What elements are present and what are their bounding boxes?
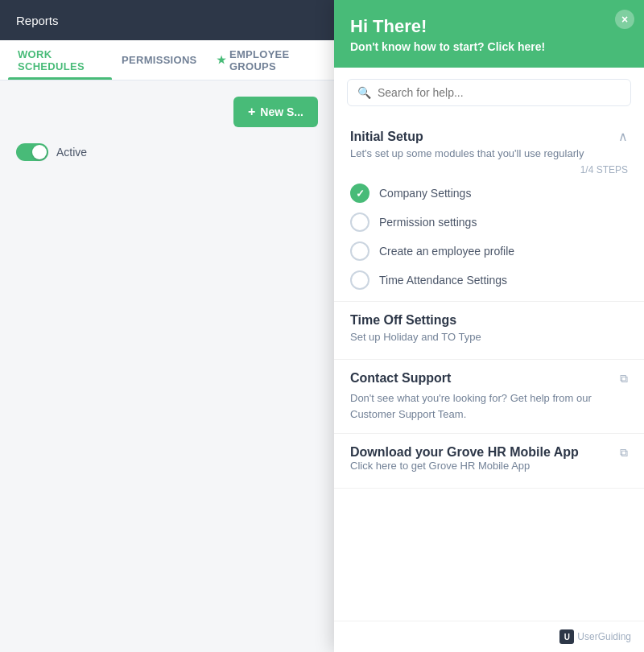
setup-item-permission-label: Permission settings bbox=[379, 216, 477, 229]
steps-count: 1/4 STEPS bbox=[350, 164, 628, 175]
initial-setup-desc: Let's set up some modules that you'll us… bbox=[350, 147, 628, 159]
userguiding-label: UserGuiding bbox=[577, 631, 631, 642]
help-header: × Hi There! Don't know how to start? Cli… bbox=[334, 0, 644, 68]
help-title: Hi There! bbox=[350, 16, 628, 37]
help-body: Initial Setup ∧ Let's set up some module… bbox=[334, 111, 644, 621]
search-input[interactable] bbox=[378, 86, 621, 99]
contact-support-title: Contact Support bbox=[350, 371, 451, 386]
tab-employee-groups-label: EMPLOYEE GROUPS bbox=[229, 48, 316, 72]
setup-item-permission-circle bbox=[350, 213, 369, 232]
contact-support-section: Contact Support ⧉ Don't see what you're … bbox=[334, 360, 644, 434]
setup-item-permission[interactable]: Permission settings bbox=[350, 213, 628, 232]
external-link-icon: ⧉ bbox=[620, 372, 628, 386]
plus-icon: + bbox=[248, 105, 255, 119]
active-label: Active bbox=[56, 146, 87, 159]
setup-item-attendance-label: Time Attendance Settings bbox=[379, 274, 507, 287]
help-subtitle: Don't know how to start? Click here! bbox=[350, 40, 628, 53]
setup-item-attendance-circle bbox=[350, 270, 369, 290]
setup-item-company-circle bbox=[350, 184, 369, 203]
setup-item-company-label: Company Settings bbox=[379, 187, 471, 200]
userguiding-icon: U bbox=[559, 629, 574, 644]
active-toggle[interactable] bbox=[16, 143, 48, 161]
userguiding-logo: U UserGuiding bbox=[559, 629, 631, 644]
setup-item-employee-circle bbox=[350, 241, 369, 261]
setup-item-attendance[interactable]: Time Attendance Settings bbox=[350, 270, 628, 290]
star-icon: ★ bbox=[217, 54, 226, 66]
app-title: Reports bbox=[16, 14, 59, 27]
tab-bar: WORK SCHEDULES PERMISSIONS ★ EMPLOYEE GR… bbox=[0, 40, 334, 80]
setup-items: Company Settings Permission settings Cre… bbox=[350, 184, 628, 290]
time-off-desc: Set up Holiday and TO Type bbox=[350, 331, 628, 343]
time-off-title: Time Off Settings bbox=[350, 313, 456, 328]
help-close-button[interactable]: × bbox=[615, 10, 634, 29]
tab-work-schedules-label: WORK SCHEDULES bbox=[18, 48, 102, 72]
search-bar: 🔍 bbox=[347, 79, 631, 106]
initial-setup-section: Initial Setup ∧ Let's set up some module… bbox=[334, 118, 644, 302]
chevron-up-icon: ∧ bbox=[618, 129, 628, 144]
tab-work-schedules[interactable]: WORK SCHEDULES bbox=[8, 40, 112, 80]
main-content: + New S... Active bbox=[0, 80, 334, 652]
external-link-icon-2: ⧉ bbox=[620, 446, 628, 460]
mobile-app-section: Download your Grove HR Mobile App ⧉ Clic… bbox=[334, 434, 644, 489]
contact-support-link[interactable]: Contact Support ⧉ bbox=[350, 371, 628, 386]
setup-item-employee[interactable]: Create an employee profile bbox=[350, 241, 628, 261]
mobile-app-title: Download your Grove HR Mobile App bbox=[350, 445, 579, 460]
initial-setup-header[interactable]: Initial Setup ∧ bbox=[350, 129, 628, 144]
tab-permissions[interactable]: PERMISSIONS bbox=[112, 40, 207, 80]
setup-item-employee-label: Create an employee profile bbox=[379, 245, 514, 258]
time-off-section: Time Off Settings Set up Holiday and TO … bbox=[334, 302, 644, 360]
tab-employee-groups[interactable]: ★ EMPLOYEE GROUPS bbox=[207, 40, 326, 80]
search-icon: 🔍 bbox=[357, 86, 371, 99]
mobile-app-link[interactable]: Download your Grove HR Mobile App ⧉ bbox=[350, 445, 628, 460]
userguiding-footer: U UserGuiding bbox=[334, 621, 644, 652]
time-off-header[interactable]: Time Off Settings bbox=[350, 313, 628, 328]
initial-setup-title: Initial Setup bbox=[350, 130, 423, 144]
active-toggle-row: Active bbox=[16, 143, 318, 161]
top-header: Reports bbox=[0, 0, 334, 40]
contact-support-desc: Don't see what you're looking for? Get h… bbox=[350, 390, 628, 422]
new-button-label: New S... bbox=[260, 105, 303, 118]
main-app-panel: Reports WORK SCHEDULES PERMISSIONS ★ EMP… bbox=[0, 0, 334, 652]
mobile-app-desc: Click here to get Grove HR Mobile App bbox=[350, 460, 628, 472]
tab-permissions-label: PERMISSIONS bbox=[122, 54, 197, 66]
setup-item-company[interactable]: Company Settings bbox=[350, 184, 628, 203]
new-schedule-button[interactable]: + New S... bbox=[233, 97, 318, 127]
help-panel: × Hi There! Don't know how to start? Cli… bbox=[334, 0, 644, 652]
